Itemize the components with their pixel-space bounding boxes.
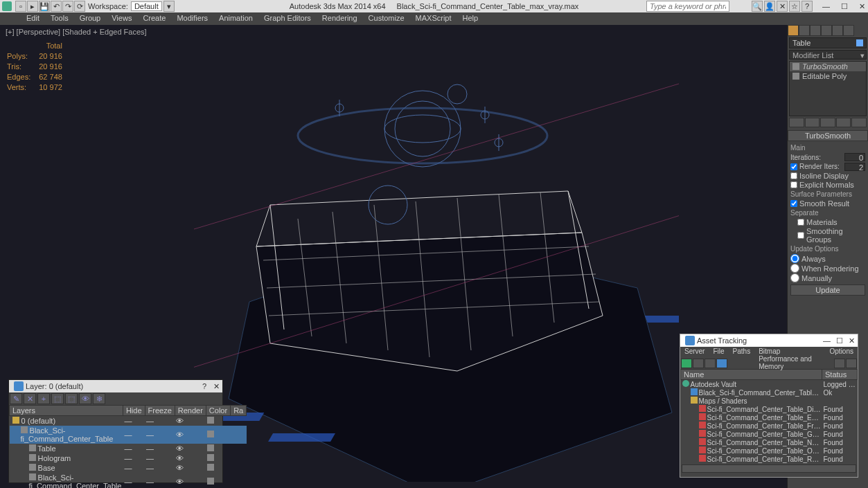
asset-row[interactable]: Sci-fi_Command_Center_Table_Emissive.png… bbox=[681, 413, 858, 422]
menu-edit[interactable]: Edit bbox=[21, 12, 45, 25]
viewport-label[interactable]: [+] [Perspective] [Shaded + Edged Faces] bbox=[6, 28, 147, 36]
search-input[interactable] bbox=[646, 1, 729, 12]
asset-list-button[interactable] bbox=[705, 359, 716, 368]
asset-next-button[interactable] bbox=[846, 359, 857, 368]
layer-row[interactable]: 0 (default)——👁 bbox=[10, 416, 247, 426]
col-radiosity[interactable]: Ra bbox=[231, 406, 247, 416]
asset-scrollbar[interactable] bbox=[682, 464, 856, 473]
col-freeze[interactable]: Freeze bbox=[145, 406, 175, 416]
asset-table-button[interactable] bbox=[716, 359, 727, 368]
col-layers[interactable]: Layers bbox=[10, 406, 123, 416]
isoline-checkbox[interactable] bbox=[790, 172, 797, 179]
asset-close[interactable]: ✕ bbox=[849, 336, 855, 345]
tab-motion[interactable] bbox=[821, 25, 832, 36]
favorite-icon[interactable]: ☆ bbox=[789, 1, 800, 12]
color-swatch[interactable] bbox=[207, 431, 214, 437]
smooth-result-checkbox[interactable] bbox=[790, 200, 797, 207]
explicit-normals-checkbox[interactable] bbox=[790, 181, 797, 188]
remove-modifier-button[interactable] bbox=[836, 118, 851, 127]
modifier-list-dropdown[interactable]: Modifier List bbox=[789, 50, 867, 60]
make-unique-button[interactable] bbox=[820, 118, 835, 127]
menu-group[interactable]: Group bbox=[74, 12, 107, 25]
asset-row[interactable]: Sci-fi_Command_Center_Table_Normal.pngFo… bbox=[681, 438, 858, 446]
layer-row[interactable]: Black_Sci-fi_Command_Center_Table——👁 bbox=[10, 473, 247, 488]
layer-dialog-help[interactable]: ? bbox=[202, 382, 206, 390]
asset-minimize[interactable]: — bbox=[823, 336, 831, 345]
asset-maximize[interactable]: ☐ bbox=[836, 336, 843, 345]
layer-row[interactable]: Hologram——👁 bbox=[10, 453, 247, 463]
select-layer-button[interactable]: ⬚ bbox=[51, 393, 64, 404]
layer-row[interactable]: Black_Sci-fi_Command_Center_Table——👁 bbox=[10, 426, 247, 444]
col-color[interactable]: Color bbox=[206, 406, 230, 416]
color-swatch[interactable] bbox=[207, 444, 214, 451]
exchange-icon[interactable]: ✕ bbox=[777, 1, 788, 12]
freeze-layer-button[interactable]: ❄ bbox=[93, 393, 105, 404]
materials-checkbox[interactable] bbox=[797, 219, 804, 226]
layer-dialog[interactable]: Layer: 0 (default) ? ✕ ✎ ✕ + ⬚ ⬚ 👁 ❄ Lay… bbox=[8, 379, 223, 483]
tab-modify[interactable] bbox=[799, 25, 810, 36]
tab-display[interactable] bbox=[832, 25, 843, 36]
maximize-button[interactable]: ☐ bbox=[841, 2, 848, 11]
asset-dialog-titlebar[interactable]: Asset Tracking — ☐ ✕ bbox=[680, 334, 858, 347]
color-swatch[interactable] bbox=[207, 417, 214, 424]
configure-sets-button[interactable] bbox=[851, 118, 867, 127]
menu-rendering[interactable]: Rendering bbox=[317, 12, 363, 25]
asset-tree-button[interactable] bbox=[693, 359, 704, 368]
asset-menu-file[interactable]: File bbox=[709, 347, 728, 358]
rollout-header-turbosmooth[interactable]: TurboSmooth bbox=[788, 130, 868, 141]
workspace-dropdown-btn[interactable]: ▾ bbox=[163, 1, 175, 12]
manually-radio[interactable] bbox=[790, 273, 799, 282]
layer-dialog-close[interactable]: ✕ bbox=[213, 382, 220, 391]
asset-menu-bitmap[interactable]: Bitmap Performance and Memory bbox=[754, 347, 825, 358]
menu-help[interactable]: Help bbox=[457, 12, 484, 25]
asset-col-status[interactable]: Status bbox=[822, 370, 858, 380]
new-layer-button[interactable]: ✎ bbox=[10, 393, 22, 404]
asset-row[interactable]: Sci-fi_Command_Center_Table_Glossiness.p… bbox=[681, 430, 858, 438]
open-button[interactable]: ▸ bbox=[27, 1, 38, 12]
expand-icon[interactable] bbox=[792, 73, 799, 80]
menu-animation[interactable]: Animation bbox=[213, 12, 258, 25]
menu-create[interactable]: Create bbox=[137, 12, 171, 25]
asset-menu-server[interactable]: Server bbox=[680, 347, 709, 358]
asset-row[interactable]: Autodesk VaultLogged Ou bbox=[681, 380, 858, 389]
render-iters-checkbox[interactable] bbox=[790, 163, 797, 170]
help-icon[interactable]: ? bbox=[801, 1, 813, 12]
menu-tools[interactable]: Tools bbox=[45, 12, 74, 25]
workspace-dropdown[interactable]: Default bbox=[131, 1, 162, 11]
close-button[interactable]: ✕ bbox=[859, 2, 865, 11]
color-swatch[interactable] bbox=[207, 464, 214, 471]
hide-layer-button[interactable]: 👁 bbox=[79, 393, 91, 404]
asset-row[interactable]: Black_Sci-fi_Command_Center_Table_max_vr… bbox=[681, 388, 858, 397]
save-button[interactable]: 💾 bbox=[39, 1, 50, 12]
tab-create[interactable] bbox=[788, 25, 799, 36]
color-swatch[interactable] bbox=[207, 454, 214, 461]
asset-row[interactable]: Sci-fi_Command_Center_Table_Reflection.p… bbox=[681, 455, 858, 463]
modifier-row-editable-poly[interactable]: Editable Poly bbox=[790, 71, 866, 81]
update-button[interactable]: Update bbox=[790, 284, 865, 296]
always-radio[interactable] bbox=[790, 254, 799, 263]
tab-utilities[interactable] bbox=[843, 25, 854, 36]
menu-modifiers[interactable]: Modifiers bbox=[171, 12, 213, 25]
minimize-button[interactable]: — bbox=[822, 2, 830, 11]
signin-icon[interactable]: 👤 bbox=[764, 1, 775, 12]
menu-maxscript[interactable]: MAXScript bbox=[410, 12, 457, 25]
asset-col-name[interactable]: Name bbox=[681, 370, 822, 380]
highlight-layer-button[interactable]: ⬚ bbox=[65, 393, 78, 404]
when-rendering-radio[interactable] bbox=[790, 264, 799, 273]
menu-customize[interactable]: Customize bbox=[363, 12, 410, 25]
object-color-swatch[interactable] bbox=[856, 39, 863, 46]
object-name-field[interactable]: Table bbox=[789, 37, 867, 48]
color-swatch[interactable] bbox=[207, 478, 214, 485]
iterations-spinner[interactable]: 0 bbox=[844, 153, 865, 161]
asset-menu-options[interactable]: Options bbox=[826, 347, 858, 358]
layer-dialog-titlebar[interactable]: Layer: 0 (default) ? ✕ bbox=[9, 380, 222, 392]
new-button[interactable]: ▫ bbox=[15, 1, 26, 12]
asset-row[interactable]: Maps / Shaders bbox=[681, 397, 858, 405]
lightbulb-icon[interactable] bbox=[792, 63, 799, 70]
menu-graph-editors[interactable]: Graph Editors bbox=[258, 12, 317, 25]
smoothing-groups-checkbox[interactable] bbox=[797, 232, 804, 239]
delete-layer-button[interactable]: ✕ bbox=[24, 393, 36, 404]
add-to-layer-button[interactable]: + bbox=[37, 393, 50, 404]
link-button[interactable]: ⟳ bbox=[74, 1, 85, 12]
search-icon[interactable]: 🔍 bbox=[752, 1, 763, 12]
